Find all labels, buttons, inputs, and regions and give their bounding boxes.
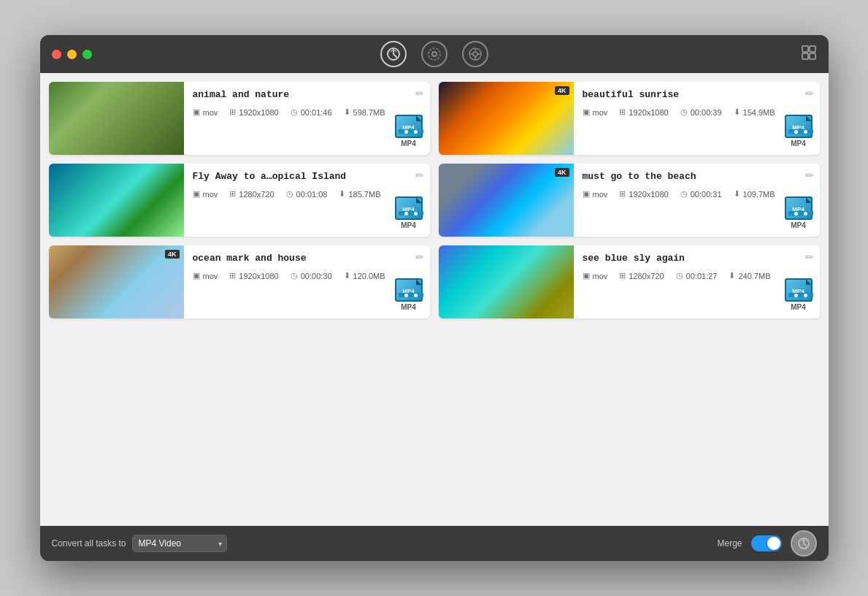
size-meta: ⬇ 109.7MB [734, 189, 775, 199]
duration-meta: ◷ 00:00:30 [291, 271, 332, 280]
edit-button[interactable]: ✏ [415, 88, 424, 99]
duration-meta: ◷ 00:01:46 [291, 107, 332, 117]
footer: Convert all tasks to MP4 VideoMOV VideoA… [40, 526, 829, 561]
video-title: ocean mark and house [193, 253, 421, 264]
output-format: MP4 MP4 [395, 196, 423, 229]
video-title: beautiful sunrise [583, 89, 811, 100]
output-format: MP4 MP4 [395, 278, 423, 311]
format-icon: MP4 [785, 196, 813, 220]
clock-icon: ◷ [291, 271, 298, 280]
format-select-wrap: MP4 VideoMOV VideoAVI VideoMKV Video [132, 535, 227, 552]
resolution-icon: ⊞ [619, 107, 626, 117]
grid-view-button[interactable] [801, 45, 817, 64]
duration-meta: ◷ 00:01:08 [286, 189, 328, 199]
4k-badge: 4K [555, 86, 569, 95]
resolution-icon: ⊞ [229, 189, 236, 199]
main-window: animal and nature ▣ mov ⊞ 1920x1080 ◷ 00… [40, 35, 829, 561]
video-thumbnail: 4K [439, 164, 574, 237]
resolution-icon: ⊞ [229, 107, 236, 117]
resolution-icon: ⊞ [619, 271, 626, 280]
resolution-meta: ⊞ 1920x1080 [619, 107, 668, 117]
video-meta: ▣ mov ⊞ 1920x1080 ◷ 00:01:46 ⬇ 598.7MB [193, 107, 421, 117]
video-meta: ▣ mov ⊞ 1920x1080 ◷ 00:00:31 ⬇ 109.7MB [583, 189, 811, 199]
download-icon: ⬇ [729, 271, 735, 280]
file-icon: ▣ [583, 189, 590, 199]
duration-meta: ◷ 00:00:39 [680, 107, 722, 117]
merge-toggle[interactable] [751, 535, 782, 551]
edit-button[interactable]: ✏ [805, 169, 814, 181]
format-select[interactable]: MP4 VideoMOV VideoAVI VideoMKV Video [132, 535, 227, 552]
format-meta: ▣ mov [583, 271, 608, 280]
video-info: beautiful sunrise ▣ mov ⊞ 1920x1080 ◷ 00… [574, 82, 820, 155]
format-icon: MP4 [785, 115, 813, 138]
svg-rect-12 [810, 53, 815, 59]
clock-icon: ◷ [286, 189, 293, 199]
nav-settings-icon[interactable] [421, 41, 448, 67]
format-icon: MP4 [395, 196, 423, 220]
clock-icon: ◷ [680, 107, 688, 117]
size-meta: ⬇ 154.9MB [734, 107, 775, 117]
download-icon: ⬇ [344, 271, 350, 280]
titlebar-nav [380, 41, 488, 67]
file-icon: ▣ [193, 189, 200, 199]
close-button[interactable] [52, 50, 61, 59]
traffic-lights [52, 50, 92, 59]
format-icon: MP4 [785, 278, 813, 302]
nav-tools-icon[interactable] [462, 41, 488, 67]
video-thumbnail [49, 164, 184, 237]
format-label: MP4 [401, 140, 416, 148]
maximize-button[interactable] [82, 50, 92, 59]
video-info: animal and nature ▣ mov ⊞ 1920x1080 ◷ 00… [184, 82, 430, 155]
minimize-button[interactable] [67, 50, 77, 59]
merge-label: Merge [717, 538, 742, 549]
footer-right: Merge [717, 530, 816, 557]
video-meta: ▣ mov ⊞ 1280x720 ◷ 00:01:08 ⬇ 185.7MB [193, 189, 421, 199]
duration-meta: ◷ 00:01:27 [676, 271, 718, 280]
format-label: MP4 [791, 303, 806, 311]
file-icon: ▣ [193, 107, 200, 117]
video-thumbnail [49, 82, 184, 155]
edit-button[interactable]: ✏ [805, 88, 814, 99]
resolution-meta: ⊞ 1920x1080 [229, 271, 278, 280]
svg-point-2 [429, 48, 440, 60]
video-thumbnail: 4K [49, 245, 184, 318]
edit-button[interactable]: ✏ [415, 169, 424, 181]
format-label: MP4 [791, 140, 806, 148]
svg-rect-9 [802, 46, 808, 52]
file-icon: ▣ [193, 271, 200, 280]
clock-icon: ◷ [291, 107, 298, 117]
video-card-v1: animal and nature ▣ mov ⊞ 1920x1080 ◷ 00… [49, 82, 430, 155]
convert-label: Convert all tasks to [52, 538, 126, 549]
convert-button[interactable] [791, 530, 817, 557]
output-format: MP4 MP4 [395, 115, 423, 148]
download-icon: ⬇ [344, 107, 350, 117]
format-meta: ▣ mov [193, 271, 218, 280]
svg-point-1 [432, 52, 437, 56]
video-meta: ▣ mov ⊞ 1280x720 ◷ 00:01:27 ⬇ 240.7MB [583, 271, 811, 280]
edit-button[interactable]: ✏ [415, 251, 424, 263]
nav-convert-icon[interactable] [380, 41, 407, 67]
file-icon: ▣ [583, 107, 590, 117]
download-icon: ⬇ [734, 189, 740, 199]
resolution-icon: ⊞ [619, 189, 626, 199]
svg-rect-10 [810, 46, 815, 52]
video-title: see blue sly again [583, 253, 811, 264]
format-icon: MP4 [395, 115, 423, 138]
resolution-icon: ⊞ [229, 271, 236, 280]
svg-point-4 [473, 52, 477, 56]
output-format: MP4 MP4 [785, 278, 813, 311]
output-format: MP4 MP4 [785, 115, 813, 148]
resolution-meta: ⊞ 1280x720 [619, 271, 664, 280]
4k-badge: 4K [555, 168, 569, 177]
video-card-v2: 4K beautiful sunrise ▣ mov ⊞ 1920x1080 ◷… [439, 82, 820, 155]
download-icon: ⬇ [339, 189, 345, 199]
size-meta: ⬇ 120.0MB [344, 271, 385, 280]
content-area: animal and nature ▣ mov ⊞ 1920x1080 ◷ 00… [40, 73, 829, 526]
duration-meta: ◷ 00:00:31 [680, 189, 722, 199]
edit-button[interactable]: ✏ [805, 251, 814, 263]
size-meta: ⬇ 598.7MB [344, 107, 385, 117]
video-title: must go to the beach [583, 171, 811, 182]
video-card-v5: 4K ocean mark and house ▣ mov ⊞ 1920x108… [49, 245, 430, 318]
video-info: Fly Away to a…opical Island ▣ mov ⊞ 1280… [184, 164, 430, 237]
size-meta: ⬇ 240.7MB [729, 271, 770, 280]
